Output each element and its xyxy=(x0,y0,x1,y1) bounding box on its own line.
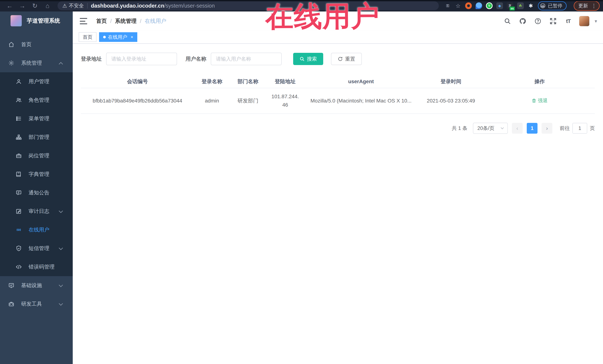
book-icon xyxy=(16,171,22,177)
sidebar-item-menus[interactable]: 菜单管理 xyxy=(0,109,73,128)
sidebar: 芋道管理系统 首页 系统管理 用户管理 角色管理 菜单管 xyxy=(0,11,73,364)
font-size-icon[interactable]: tT xyxy=(564,17,573,26)
insecure-label[interactable]: 不安全 xyxy=(69,2,84,9)
hamburger-icon[interactable] xyxy=(80,18,87,24)
username-label: 用户名称 xyxy=(186,55,206,62)
chevron-down-icon xyxy=(59,283,63,287)
browser-menu-icon[interactable]: ⋮ xyxy=(591,3,596,9)
sidebar-item-label: 系统管理 xyxy=(21,59,42,66)
search-icon xyxy=(300,56,305,62)
browser-update-button[interactable]: 更新 ⋮ xyxy=(574,1,600,11)
sidebar-item-label: 错误码管理 xyxy=(29,263,55,270)
pagination: 共 1 条 20条/页 ‹ 1 › 前往 页 xyxy=(81,123,595,134)
extension-diamond-icon[interactable]: ◆ xyxy=(496,2,503,9)
col-dept: 部门名称 xyxy=(230,75,266,88)
search-icon[interactable] xyxy=(503,17,512,26)
password-key-icon[interactable]: ⚿ xyxy=(444,2,451,9)
search-button[interactable]: 搜索 xyxy=(293,53,323,65)
search-form: 登录地址 用户名称 搜索 重置 xyxy=(81,53,595,65)
org-tree-icon xyxy=(16,134,22,140)
sidebar-item-system[interactable]: 系统管理 xyxy=(0,54,73,72)
extension-translate-icon[interactable]: 文en xyxy=(507,2,513,9)
shield-check-icon xyxy=(16,245,22,252)
sidebar-item-label: 首页 xyxy=(21,41,32,48)
breadcrumb-home[interactable]: 首页 xyxy=(96,17,107,25)
list-icon xyxy=(16,115,22,122)
col-user-agent: userAgent xyxy=(304,75,417,88)
users-icon xyxy=(16,97,22,103)
sidebar-item-audit-log[interactable]: 审计日志 xyxy=(0,202,73,221)
page-1-button[interactable]: 1 xyxy=(527,123,537,134)
force-logout-button[interactable]: 强退 xyxy=(532,97,547,104)
reload-icon[interactable]: ↻ xyxy=(30,1,40,11)
paused-badge[interactable]: 😀 已暂停 xyxy=(538,1,567,10)
address-bar[interactable]: ⚠ 不安全 dashboard.yudao.iocoder.cn /system… xyxy=(58,1,439,10)
close-icon[interactable]: × xyxy=(131,34,133,40)
github-icon[interactable] xyxy=(518,17,527,26)
extension-puzzle-icon[interactable]: ✱ xyxy=(527,2,534,9)
sidebar-item-roles[interactable]: 角色管理 xyxy=(0,91,73,109)
login-addr-input[interactable] xyxy=(106,53,177,65)
log-edit-icon xyxy=(16,208,22,214)
breadcrumb-separator: / xyxy=(140,18,141,24)
extension-pin-icon[interactable] xyxy=(475,2,482,9)
online-icon xyxy=(16,227,22,233)
col-login-time: 登录时间 xyxy=(417,75,484,88)
next-page-button[interactable]: › xyxy=(542,123,552,134)
active-dot-icon xyxy=(103,36,106,38)
sidebar-logo-row[interactable]: 芋道管理系统 xyxy=(0,11,73,30)
username-input[interactable] xyxy=(211,53,282,65)
app-logo xyxy=(10,15,22,26)
goto-page-input[interactable] xyxy=(572,123,587,134)
monitor-chart-icon xyxy=(8,282,14,288)
app-title: 芋道管理系统 xyxy=(27,17,60,25)
page-size-select[interactable]: 20条/页 xyxy=(473,123,508,134)
sidebar-item-notice[interactable]: 通知公告 xyxy=(0,184,73,202)
refresh-icon xyxy=(338,56,343,62)
sidebar-item-label: 角色管理 xyxy=(29,97,49,104)
reset-button-label: 重置 xyxy=(345,55,355,62)
message-icon xyxy=(16,190,22,196)
prev-page-button[interactable]: ‹ xyxy=(512,123,523,134)
sidebar-item-sms[interactable]: 短信管理 xyxy=(0,239,73,258)
sidebar-item-label: 审计日志 xyxy=(29,208,49,215)
extension-adblock-icon[interactable] xyxy=(465,2,472,9)
col-session-id: 会话编号 xyxy=(81,75,194,88)
sidebar-item-infrastructure[interactable]: 基础设施 xyxy=(0,276,73,295)
page-size-value: 20条/页 xyxy=(477,125,494,132)
chevron-down-icon xyxy=(59,246,63,250)
caret-down-icon[interactable]: ▾ xyxy=(595,18,597,24)
tab-home[interactable]: 首页 xyxy=(79,32,96,42)
sidebar-item-dev-tools[interactable]: 研发工具 xyxy=(0,295,73,313)
bookmark-star-icon[interactable]: ☆ xyxy=(455,2,462,9)
sidebar-item-dict[interactable]: 字典管理 xyxy=(0,165,73,184)
sidebar-item-label: 研发工具 xyxy=(21,300,42,308)
breadcrumb-system[interactable]: 系统管理 xyxy=(115,17,137,25)
help-icon[interactable] xyxy=(533,17,542,26)
tags-view-bar: 首页 在线用户 × xyxy=(73,31,603,44)
sidebar-item-label: 岗位管理 xyxy=(29,152,49,159)
reset-button[interactable]: 重置 xyxy=(331,53,362,65)
extension-proxy-icon[interactable]: ☘ xyxy=(517,2,524,9)
chevron-down-icon xyxy=(501,126,504,129)
sidebar-item-online-users[interactable]: 在线用户 xyxy=(0,221,73,239)
sidebar-item-error-codes[interactable]: 错误码管理 xyxy=(0,258,73,276)
sidebar-item-home[interactable]: 首页 xyxy=(0,35,73,54)
extension-vue-icon[interactable]: V xyxy=(486,2,493,9)
back-icon[interactable]: ← xyxy=(5,1,14,11)
cell-ip: 101.87.244.46 xyxy=(266,88,304,114)
sidebar-item-users[interactable]: 用户管理 xyxy=(0,72,73,91)
avatar[interactable] xyxy=(579,16,590,26)
home-icon[interactable]: ⌂ xyxy=(43,1,52,11)
sidebar-item-departments[interactable]: 部门管理 xyxy=(0,128,73,146)
cell-session-id: bfbb1ab79ba849e49fb26ddb56a73044 xyxy=(81,88,194,114)
emoji-face-icon: 😀 xyxy=(540,3,546,9)
tab-online-users[interactable]: 在线用户 × xyxy=(99,32,137,42)
fullscreen-icon[interactable] xyxy=(549,17,557,26)
sidebar-item-posts[interactable]: 岗位管理 xyxy=(0,146,73,165)
total-count: 共 1 条 xyxy=(452,125,467,132)
vue-letter: V xyxy=(487,3,492,8)
breadcrumb-current: 在线用户 xyxy=(145,17,166,25)
forward-icon[interactable]: → xyxy=(17,1,27,11)
code-icon xyxy=(16,264,22,270)
